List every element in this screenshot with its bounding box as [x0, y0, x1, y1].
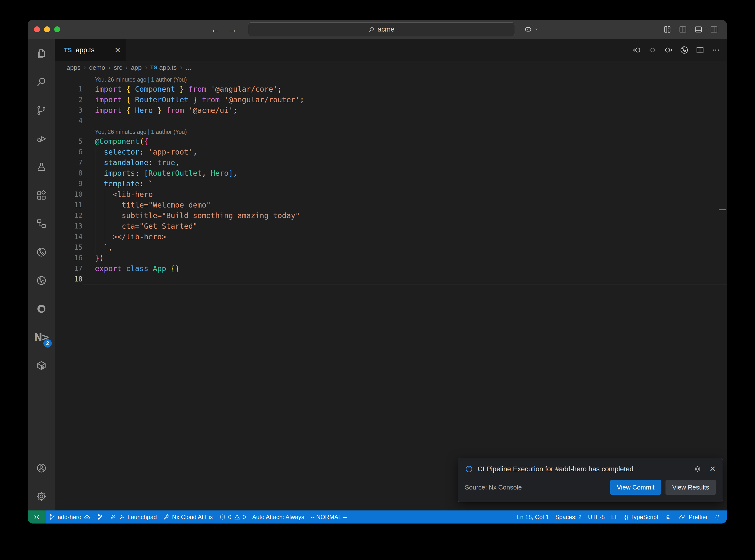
activity-item-gitlens-inspect[interactable] — [27, 266, 55, 295]
activity-item-hierarchy[interactable] — [27, 209, 55, 238]
more-actions-button[interactable] — [711, 45, 720, 55]
code-line[interactable]: 8 imports: [RouterOutlet, Hero], — [55, 168, 727, 178]
tab-app-ts[interactable]: TS app.ts ✕ — [55, 39, 126, 61]
code-line[interactable]: 15 `, — [55, 242, 727, 253]
status-notifications-bell[interactable] — [711, 511, 724, 523]
minimize-window-button[interactable] — [44, 26, 50, 32]
remote-indicator[interactable] — [27, 511, 46, 523]
close-tab-button[interactable]: ✕ — [115, 46, 121, 55]
status-cursor-position[interactable]: Ln 18, Col 1 — [514, 511, 552, 523]
code-token — [184, 106, 188, 115]
code-token: ; — [300, 95, 304, 104]
activity-item-search[interactable] — [27, 68, 55, 96]
gitlens-current-icon — [648, 45, 657, 55]
activity-item-testing[interactable] — [27, 153, 55, 181]
activity-item-edge-tools[interactable] — [27, 295, 55, 323]
status-copilot-status[interactable] — [661, 511, 675, 523]
view-commit-button[interactable]: View Commit — [610, 480, 661, 495]
breadcrumb-item-src[interactable]: src — [114, 64, 122, 72]
code-line[interactable]: 1import { Component } from '@angular/cor… — [55, 84, 727, 94]
breadcrumb-item-[interactable]: … — [185, 64, 192, 72]
activity-item-gitlens[interactable] — [27, 238, 55, 266]
code-line[interactable]: 16}) — [55, 253, 727, 263]
code-line[interactable]: 11 title="Welcmoe demo" — [55, 200, 727, 210]
activity-item-settings[interactable] — [27, 482, 55, 511]
split-editor-button[interactable] — [695, 45, 705, 55]
code-token — [122, 106, 126, 115]
breadcrumb-item-demo[interactable]: demo — [89, 64, 105, 72]
code-line[interactable]: 14 ></lib-hero> — [55, 232, 727, 242]
code-token — [166, 264, 171, 273]
customize-layout-button[interactable] — [663, 25, 672, 34]
status-bar: add-heroLaunchpadNx Cloud AI Fix00Auto A… — [27, 511, 727, 523]
code-token: `, — [104, 243, 113, 252]
extensions-icon — [36, 190, 47, 201]
activity-item-source-control[interactable] — [27, 96, 55, 124]
status-branch-status[interactable]: add-hero — [46, 511, 94, 523]
status-encoding[interactable]: UTF-8 — [585, 511, 608, 523]
notification-close-button[interactable]: ✕ — [709, 464, 716, 474]
gitlens-back-button[interactable] — [632, 45, 641, 55]
code-token: export — [95, 264, 122, 273]
status-language-mode[interactable]: {}TypeScript — [621, 511, 661, 523]
copilot-menu-button[interactable] — [524, 20, 539, 39]
status-formatter-prettier[interactable]: ✓✓Prettier — [675, 511, 711, 523]
activity-item-nx-console[interactable]: N>2 — [27, 323, 55, 351]
code-token: class — [126, 264, 148, 273]
code-token: '@angular/core' — [211, 85, 278, 94]
activity-item-run-debug[interactable] — [27, 124, 55, 153]
code-token — [188, 95, 193, 104]
activity-item-extensions[interactable] — [27, 181, 55, 209]
breadcrumb-item-apps[interactable]: apps — [66, 64, 80, 72]
breadcrumb-item-appts[interactable]: TSapp.ts — [151, 64, 177, 72]
code-line[interactable]: 13 cta="Get Started" — [55, 221, 727, 232]
status-vim-mode[interactable]: -- NORMAL -- — [307, 511, 350, 523]
code-token: Hero — [135, 106, 153, 115]
code-token: ) — [99, 254, 104, 262]
toggle-panel-button[interactable] — [694, 25, 703, 34]
close-window-button[interactable] — [34, 26, 40, 32]
code-line[interactable]: 18 — [55, 274, 727, 284]
activity-item-accounts[interactable] — [27, 454, 55, 482]
code-line[interactable]: 5@Component({ — [55, 136, 727, 147]
breadcrumb-item-app[interactable]: app — [131, 64, 141, 72]
line-number: 9 — [55, 178, 83, 189]
code-line[interactable]: 6 selector: 'app-root', — [55, 147, 727, 157]
code-line[interactable]: 7 standalone: true, — [55, 157, 727, 168]
code-line[interactable]: 12 subtitle="Build something amazing tod… — [55, 210, 727, 221]
code-line[interactable]: 17export class App {} — [55, 263, 727, 274]
toggle-primary-sidebar-button[interactable] — [678, 25, 688, 34]
breadcrumb-separator: › — [84, 64, 86, 72]
code-line[interactable]: 4 — [55, 116, 727, 126]
status-commit-graph-button[interactable] — [94, 511, 106, 523]
command-center[interactable]: acme — [248, 22, 515, 36]
code-token: {} — [171, 264, 179, 273]
code-token: import — [95, 106, 122, 115]
toggle-secondary-sidebar-button[interactable] — [709, 25, 718, 34]
status-auto-attach[interactable]: Auto Attach: Always — [249, 511, 307, 523]
status-indentation[interactable]: Spaces: 2 — [552, 511, 585, 523]
status-label: Launchpad — [127, 514, 157, 521]
view-results-button[interactable]: View Results — [665, 480, 716, 495]
code-line[interactable]: 9 template: ` — [55, 178, 727, 189]
maximize-window-button[interactable] — [54, 26, 60, 32]
code-editor[interactable]: You, 26 minutes ago | 1 author (You)1imp… — [55, 74, 727, 511]
code-line[interactable]: 10 <lib-hero — [55, 189, 727, 200]
code-line[interactable]: 2import { RouterOutlet } from '@angular/… — [55, 94, 727, 105]
gitlens-current-button[interactable] — [648, 45, 657, 55]
go-forward-button[interactable]: → — [228, 24, 237, 35]
line-content: import { RouterOutlet } from '@angular/r… — [83, 94, 727, 105]
gitlens-forward-button[interactable] — [664, 45, 673, 55]
code-line[interactable]: 3import { Hero } from '@acme/ui'; — [55, 105, 727, 116]
activity-item-containers[interactable] — [27, 351, 55, 380]
breadcrumb-separator: › — [180, 64, 182, 72]
status-nx-cloud-ai-fix-button[interactable]: Nx Cloud AI Fix — [160, 511, 216, 523]
notification-settings-button[interactable] — [694, 465, 701, 473]
titlebar: ← → acme — [27, 20, 727, 39]
status-eol[interactable]: LF — [608, 511, 621, 523]
status-launchpad-button[interactable]: Launchpad — [106, 511, 160, 523]
activity-item-explorer[interactable] — [27, 39, 55, 68]
gitlens-graph-button[interactable] — [679, 45, 689, 55]
status-problems-button[interactable]: 00 — [216, 511, 249, 523]
go-back-button[interactable]: ← — [211, 24, 220, 35]
